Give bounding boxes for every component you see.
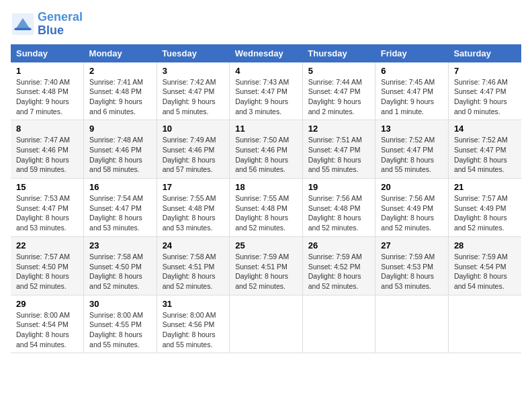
day-number: 31 [163,299,224,309]
day-number: 16 [89,182,151,192]
day-cell: 13 Sunrise: 7:52 AMSunset: 4:47 PMDaylig… [375,120,449,179]
day-detail: Sunrise: 7:55 AMSunset: 4:48 PMDaylight:… [163,193,224,233]
day-number: 4 [235,66,297,76]
day-number: 2 [89,66,151,76]
day-cell: 21 Sunrise: 7:57 AMSunset: 4:49 PMDaylig… [448,179,521,237]
week-row-3: 15 Sunrise: 7:53 AMSunset: 4:47 PMDaylig… [11,179,521,237]
col-header-thursday: Thursday [302,44,375,62]
day-cell: 15 Sunrise: 7:53 AMSunset: 4:47 PMDaylig… [11,179,84,237]
day-cell: 6 Sunrise: 7:45 AMSunset: 4:47 PMDayligh… [375,62,449,120]
day-number: 11 [235,124,297,134]
week-row-2: 8 Sunrise: 7:47 AMSunset: 4:46 PMDayligh… [11,120,521,179]
col-header-saturday: Saturday [448,44,521,62]
day-detail: Sunrise: 7:56 AMSunset: 4:48 PMDaylight:… [308,193,370,233]
svg-rect-1 [14,28,31,30]
day-number: 3 [163,66,224,76]
day-detail: Sunrise: 7:57 AMSunset: 4:49 PMDaylight:… [454,193,516,233]
day-cell: 28 Sunrise: 7:59 AMSunset: 4:54 PMDaylig… [448,236,521,295]
day-number: 23 [89,240,151,250]
day-detail: Sunrise: 7:47 AMSunset: 4:46 PMDaylight:… [16,135,78,175]
day-cell: 27 Sunrise: 7:59 AMSunset: 4:53 PMDaylig… [375,236,449,295]
day-number: 29 [16,299,78,309]
day-cell: 1 Sunrise: 7:40 AMSunset: 4:48 PMDayligh… [11,62,84,120]
week-row-4: 22 Sunrise: 7:57 AMSunset: 4:50 PMDaylig… [11,236,521,295]
day-cell: 31 Sunrise: 8:00 AMSunset: 4:56 PMDaylig… [157,295,230,353]
day-detail: Sunrise: 7:44 AMSunset: 4:47 PMDaylight:… [308,77,370,117]
day-number: 24 [163,240,224,250]
day-cell: 18 Sunrise: 7:55 AMSunset: 4:48 PMDaylig… [230,179,303,237]
day-number: 9 [89,124,151,134]
day-detail: Sunrise: 7:57 AMSunset: 4:50 PMDaylight:… [16,252,78,291]
day-cell: 25 Sunrise: 7:59 AMSunset: 4:51 PMDaylig… [230,236,303,295]
day-detail: Sunrise: 7:48 AMSunset: 4:46 PMDaylight:… [89,135,151,175]
day-detail: Sunrise: 7:46 AMSunset: 4:47 PMDaylight:… [454,77,516,117]
day-cell: 4 Sunrise: 7:43 AMSunset: 4:47 PMDayligh… [230,62,303,120]
day-cell [230,295,303,353]
day-number: 13 [381,124,443,134]
day-detail: Sunrise: 8:00 AMSunset: 4:56 PMDaylight:… [163,310,224,350]
day-number: 25 [235,240,297,250]
day-cell: 14 Sunrise: 7:52 AMSunset: 4:47 PMDaylig… [448,120,521,179]
day-cell: 30 Sunrise: 8:00 AMSunset: 4:55 PMDaylig… [84,295,157,353]
day-detail: Sunrise: 7:43 AMSunset: 4:47 PMDaylight:… [235,77,297,117]
page-header: General Blue [11,11,521,38]
day-cell: 19 Sunrise: 7:56 AMSunset: 4:48 PMDaylig… [302,179,375,237]
day-number: 10 [163,124,224,134]
day-cell: 20 Sunrise: 7:56 AMSunset: 4:49 PMDaylig… [375,179,449,237]
day-cell: 23 Sunrise: 7:58 AMSunset: 4:50 PMDaylig… [84,236,157,295]
logo-text: General Blue [38,11,83,38]
day-detail: Sunrise: 7:56 AMSunset: 4:49 PMDaylight:… [381,193,443,233]
day-cell: 12 Sunrise: 7:51 AMSunset: 4:47 PMDaylig… [302,120,375,179]
day-number: 1 [16,66,78,76]
day-detail: Sunrise: 7:55 AMSunset: 4:48 PMDaylight:… [235,193,297,233]
day-cell [448,295,521,353]
day-detail: Sunrise: 7:51 AMSunset: 4:47 PMDaylight:… [308,135,370,175]
day-cell: 22 Sunrise: 7:57 AMSunset: 4:50 PMDaylig… [11,236,84,295]
day-detail: Sunrise: 7:52 AMSunset: 4:47 PMDaylight:… [381,135,443,175]
day-number: 15 [16,182,78,192]
day-number: 8 [16,124,78,134]
day-detail: Sunrise: 7:50 AMSunset: 4:46 PMDaylight:… [235,135,297,175]
col-header-tuesday: Tuesday [157,44,230,62]
day-number: 14 [454,124,516,134]
day-number: 28 [454,240,516,250]
day-number: 7 [454,66,516,76]
day-number: 18 [235,182,297,192]
day-detail: Sunrise: 8:00 AMSunset: 4:55 PMDaylight:… [89,310,151,350]
day-detail: Sunrise: 7:54 AMSunset: 4:47 PMDaylight:… [89,193,151,233]
day-number: 22 [16,240,78,250]
day-cell: 26 Sunrise: 7:59 AMSunset: 4:52 PMDaylig… [302,236,375,295]
day-cell: 8 Sunrise: 7:47 AMSunset: 4:46 PMDayligh… [11,120,84,179]
day-detail: Sunrise: 7:45 AMSunset: 4:47 PMDaylight:… [381,77,443,117]
day-number: 19 [308,182,370,192]
logo: General Blue [11,11,83,38]
col-header-monday: Monday [84,44,157,62]
header-row: SundayMondayTuesdayWednesdayThursdayFrid… [11,44,521,62]
week-row-1: 1 Sunrise: 7:40 AMSunset: 4:48 PMDayligh… [11,62,521,120]
day-cell: 9 Sunrise: 7:48 AMSunset: 4:46 PMDayligh… [84,120,157,179]
day-detail: Sunrise: 8:00 AMSunset: 4:54 PMDaylight:… [16,310,78,350]
day-number: 6 [381,66,443,76]
day-number: 26 [308,240,370,250]
day-cell [375,295,449,353]
day-number: 17 [163,182,224,192]
day-cell [302,295,375,353]
logo-icon [11,12,35,36]
day-detail: Sunrise: 7:59 AMSunset: 4:52 PMDaylight:… [308,252,370,291]
calendar-table: SundayMondayTuesdayWednesdayThursdayFrid… [11,44,521,354]
day-number: 30 [89,299,151,309]
col-header-friday: Friday [375,44,449,62]
week-row-5: 29 Sunrise: 8:00 AMSunset: 4:54 PMDaylig… [11,295,521,353]
day-cell: 7 Sunrise: 7:46 AMSunset: 4:47 PMDayligh… [448,62,521,120]
day-detail: Sunrise: 7:41 AMSunset: 4:48 PMDaylight:… [89,77,151,117]
day-detail: Sunrise: 7:58 AMSunset: 4:50 PMDaylight:… [89,252,151,291]
day-number: 21 [454,182,516,192]
day-detail: Sunrise: 7:40 AMSunset: 4:48 PMDaylight:… [16,77,78,117]
day-cell: 10 Sunrise: 7:49 AMSunset: 4:46 PMDaylig… [157,120,230,179]
day-number: 12 [308,124,370,134]
day-cell: 16 Sunrise: 7:54 AMSunset: 4:47 PMDaylig… [84,179,157,237]
day-detail: Sunrise: 7:53 AMSunset: 4:47 PMDaylight:… [16,193,78,233]
col-header-sunday: Sunday [11,44,84,62]
day-cell: 2 Sunrise: 7:41 AMSunset: 4:48 PMDayligh… [84,62,157,120]
day-detail: Sunrise: 7:59 AMSunset: 4:54 PMDaylight:… [454,252,516,291]
